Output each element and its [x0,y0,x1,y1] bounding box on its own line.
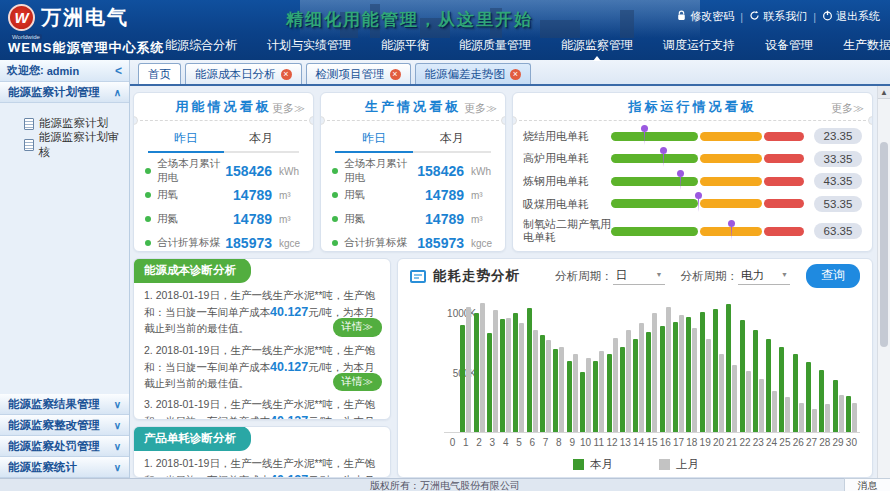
bar-current-month [766,339,771,432]
nav-item-4[interactable]: 能源质量管理 [444,35,546,56]
kpi-tab[interactable]: 本月 [224,125,300,153]
bullet-dot-icon [332,192,338,198]
bar-previous-month [772,391,777,432]
nav-item-7[interactable]: 设备管理 [750,35,828,56]
user-link-label: 联系我们 [763,9,807,24]
sidebar-spacer [0,165,129,394]
more-link[interactable]: 更多≫ [272,101,305,116]
nav-item-3[interactable]: 能源平衡 [366,35,444,56]
sidebar-item[interactable]: 能源监察计划审核 [24,134,129,155]
user-link-1[interactable]: 修改密码 [676,9,734,24]
detail-button[interactable]: 详情≫ [333,373,383,391]
bar-previous-month [839,395,844,432]
more-link[interactable]: 更多≫ [831,101,864,116]
kpi-value: 14789 [233,211,272,227]
kpi-label: 合计折算标煤 [157,236,225,250]
panel-divider [135,120,312,121]
kpi-tab[interactable]: 昨日 [335,125,413,153]
header: W Worldwide 万洲电气 精细化用能管理，从这里开始 修改密码|联系我们… [0,0,890,60]
message-button[interactable]: 消息 [844,478,890,491]
chevron-down-icon: ∨ [114,420,121,431]
sidebar-group-2[interactable]: 能源监察结果管理∨ [0,394,129,415]
nav-item-1[interactable]: 能源综合分析 [150,35,252,56]
indicator-gauge [611,132,804,141]
close-icon[interactable]: × [390,69,401,80]
nav-item-6[interactable]: 调度运行支持 [648,35,750,56]
detail-button[interactable]: 详情≫ [333,318,383,336]
x-axis-tick: 6 [530,437,536,448]
indicator-value: 33.35 [814,151,862,167]
legend-entry[interactable]: 上月 [659,457,699,472]
tab-2[interactable]: 能源成本日分析× [185,63,302,84]
vertical-scrollbar[interactable]: ▲ [877,86,890,478]
bar-group: 30 [846,299,857,432]
panel-title-text: 用能情况看板 [176,98,272,116]
bar-current-month [487,333,492,432]
sidebar-group-4[interactable]: 能源监察处罚管理∨ [0,436,129,457]
bar-previous-month [559,347,564,433]
sidebar-collapse-icon[interactable]: < [115,64,122,78]
tab-3[interactable]: 检测项目管理× [306,63,411,84]
x-axis-tick: 9 [569,437,575,448]
gauge-marker-icon [695,192,702,199]
bar-current-month [513,313,518,432]
notch-right [309,116,314,125]
query-button[interactable]: 查询 [806,264,860,288]
close-icon[interactable]: × [281,69,292,80]
chevron-up-icon: ∧ [114,87,121,98]
period-select[interactable]: 日 [613,267,665,285]
legend-entry[interactable]: 本月 [573,457,613,472]
kpi-unit: m³ [279,214,306,225]
x-axis-tick: 0 [450,437,456,448]
notch-right [868,116,873,125]
kpi-unit: kWh [279,166,306,177]
sidebar-top: 能源监察计划管理∧能源监察计划能源监察计划审核 [0,82,129,165]
kpi-row: 用氮14789m³ [134,207,313,231]
kpi-tab[interactable]: 昨日 [148,125,224,153]
bar-current-month [793,354,798,432]
tab-label: 能源成本日分析 [195,67,276,82]
energy-type-select[interactable]: 电力 [738,267,790,285]
gauge-yellow-segment [700,154,762,163]
sidebar-group-1[interactable]: 能源监察计划管理∧ [0,82,129,103]
user-link-2[interactable]: 联系我们 [749,9,807,24]
nav-item-2[interactable]: 计划与实绩管理 [252,35,366,56]
bar-current-month [660,326,665,432]
bar-group: 22 [740,299,751,432]
bar-current-month [740,320,745,432]
tab-4[interactable]: 能源偏差走势图× [415,63,532,84]
logo: W Worldwide 万洲电气 [8,4,129,31]
gauge-red-segment [764,199,804,208]
chart-plot-area: 1000K500K0123456789101112131415161718192… [444,299,860,433]
bar-previous-month [759,379,764,432]
x-axis-tick: 4 [503,437,509,448]
kpi-unit: kgce [471,238,498,249]
x-axis-tick: 13 [620,437,631,448]
close-icon[interactable]: × [510,69,521,80]
indicator-label: 制氧站二期产氧用电单耗 [523,218,611,243]
system-name: WEMS能源管理中心系统 [8,39,164,57]
tab-1[interactable]: 首页 [138,63,181,84]
bar-current-month [527,308,532,432]
kpi-label: 全场本月累计用电 [157,157,225,185]
panel-title-text: 生产情况看板 [365,98,461,116]
kpi-tab[interactable]: 本月 [413,125,491,153]
sidebar-group-3[interactable]: 能源监察整改管理∨ [0,415,129,436]
scroll-up-icon[interactable]: ▲ [878,86,890,99]
bar-previous-month [586,358,591,432]
sidebar-group-5[interactable]: 能源监察统计∨ [0,457,129,478]
kpi-unit: m³ [279,190,306,201]
bar-previous-month [785,397,790,432]
gauge-green-segment [611,199,698,208]
notch-left [133,116,138,125]
nav-item-5[interactable]: 能源监察管理 [546,35,648,56]
more-link[interactable]: 更多≫ [464,101,497,116]
x-axis-tick: 3 [490,437,496,448]
footer: 版权所有：万洲电气股份有限公司 消息 [0,478,890,491]
bar-group: 24 [766,299,777,432]
nav-item-8[interactable]: 生产数据录入 [828,35,890,56]
user-link-3[interactable]: 退出系统 [822,9,880,24]
scrollbar-thumb[interactable] [880,142,888,347]
document-icon [24,139,34,151]
diagnosis-item: 3. 2018-01-19日，生产一线生产水泥**吨，生产饱和：当日旋一车间单产… [134,394,390,420]
